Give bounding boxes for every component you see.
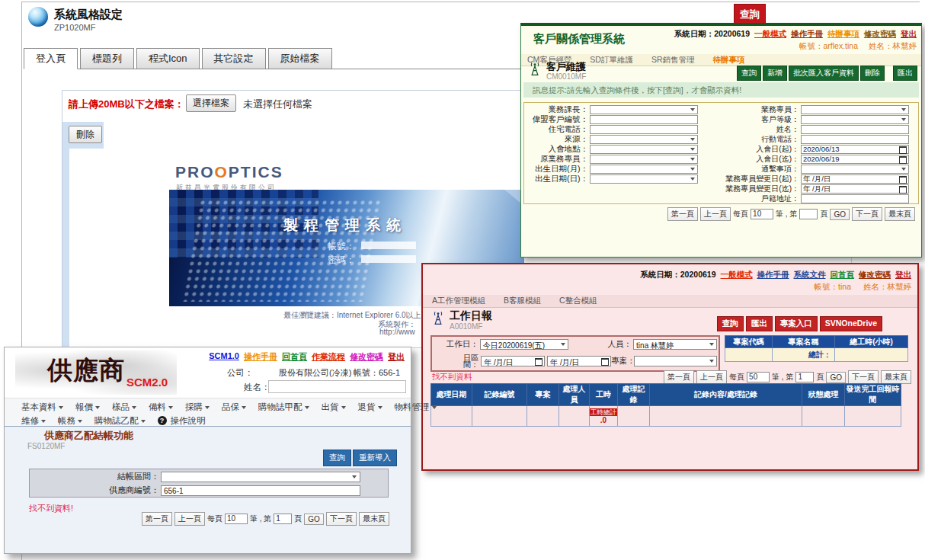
join-place-select[interactable] xyxy=(590,145,698,154)
mobile-input[interactable] xyxy=(801,135,909,144)
calendar-icon[interactable] xyxy=(899,156,907,164)
settlement-period-select[interactable] xyxy=(161,472,360,482)
last-page-button[interactable]: 最末頁 xyxy=(885,207,915,221)
per-page-input[interactable]: 10 xyxy=(225,514,248,524)
toolbar-button[interactable]: 重新導入 xyxy=(353,450,397,466)
menu-item[interactable]: 帳務 xyxy=(58,415,82,427)
source-select[interactable] xyxy=(590,135,698,144)
header-link[interactable]: 一般模式 xyxy=(754,29,786,40)
nav-item[interactable]: 待辦事項 xyxy=(713,55,745,66)
toolbar-button[interactable]: 專案入口 xyxy=(775,316,818,331)
toolbar-button[interactable]: 查詢 xyxy=(737,66,761,81)
header-link[interactable]: 修改密碼 xyxy=(350,351,383,363)
header-link[interactable]: 一般模式 xyxy=(721,270,753,280)
name-input[interactable] xyxy=(801,125,909,134)
nav-item[interactable]: B客服模組 xyxy=(504,296,541,306)
tab[interactable]: 登入頁 xyxy=(24,48,78,69)
calendar-icon[interactable] xyxy=(899,146,907,154)
help-menu-item[interactable]: ?操作說明 xyxy=(158,415,206,427)
page-number-input[interactable] xyxy=(799,209,818,219)
go-button[interactable]: GO xyxy=(830,209,850,220)
date-to-input[interactable]: 年 /月/日 xyxy=(547,356,611,366)
date-from-input[interactable]: 年 /月/日 xyxy=(481,356,545,366)
menu-item[interactable]: 購物誌甲配 xyxy=(258,402,309,413)
menu-item[interactable]: 物料管理 xyxy=(395,402,437,413)
header-link[interactable]: 修改密碼 xyxy=(859,270,891,280)
header-link[interactable]: 操作手冊 xyxy=(244,351,277,363)
tab[interactable]: 程式Icon xyxy=(136,48,200,69)
customer-grade-select[interactable] xyxy=(801,115,909,124)
next-page-button[interactable]: 下一頁 xyxy=(852,207,882,221)
customer-id-input[interactable] xyxy=(590,115,698,124)
toolbar-button[interactable]: 匯出 xyxy=(893,66,917,81)
go-button[interactable]: GO xyxy=(304,514,324,525)
tab[interactable]: 原始檔案 xyxy=(268,48,332,69)
person-select[interactable]: tina 林慧婷 xyxy=(633,339,717,350)
header-link[interactable]: 登出 xyxy=(901,29,917,40)
menu-item[interactable]: 購物誌乙配 xyxy=(94,415,146,427)
header-link[interactable]: SCM1.0 xyxy=(209,351,239,363)
choose-file-button[interactable]: 選擇檔案 xyxy=(186,94,236,112)
per-page-input[interactable]: 50 xyxy=(747,372,770,382)
name-field[interactable] xyxy=(268,380,406,393)
tab[interactable]: 標題列 xyxy=(80,48,134,69)
header-link[interactable]: 操作手冊 xyxy=(757,270,789,280)
join-date-to-input[interactable]: 2020/06/19 xyxy=(801,155,909,164)
menu-item[interactable]: 備料 xyxy=(149,402,173,413)
next-page-button[interactable]: 下一頁 xyxy=(326,512,357,526)
toolbar-button[interactable]: SVNOneDrive xyxy=(820,316,882,331)
first-page-button[interactable]: 第一頁 xyxy=(664,370,694,384)
toolbar-button[interactable]: 批次匯入客戶資料 xyxy=(789,66,859,81)
delete-button[interactable]: 刪除 xyxy=(69,126,102,143)
header-link[interactable]: 待辦事項 xyxy=(827,29,859,40)
page-number-input[interactable]: 1 xyxy=(795,372,814,382)
nav-item[interactable]: A工作管理模組 xyxy=(432,296,485,306)
calendar-icon[interactable] xyxy=(601,358,609,366)
first-page-button[interactable]: 第一頁 xyxy=(142,512,172,526)
home-phone-input[interactable] xyxy=(590,125,698,134)
agent-change-from-input[interactable]: 年 /月/日 xyxy=(801,174,909,184)
toolbar-button[interactable]: 查詢 xyxy=(717,316,744,331)
tab[interactable]: 其它設定 xyxy=(202,48,266,69)
menu-item[interactable]: 基本資料 xyxy=(21,402,63,413)
nav-item[interactable]: SR銷售管理 xyxy=(651,55,695,66)
birth-day-select[interactable] xyxy=(590,174,698,184)
vendor-id-input[interactable]: 656-1 xyxy=(161,485,360,496)
toolbar-button[interactable]: 刪除 xyxy=(860,66,885,81)
prev-page-button[interactable]: 上一頁 xyxy=(700,207,731,221)
header-link[interactable]: 修改密碼 xyxy=(864,29,896,40)
menu-item[interactable]: 出貨 xyxy=(322,402,346,413)
toolbar-button[interactable]: 匯出 xyxy=(746,316,773,331)
toolbar-button[interactable]: 新增 xyxy=(763,66,787,81)
header-link[interactable]: 作業流程 xyxy=(312,351,345,363)
header-link[interactable]: 登出 xyxy=(895,270,911,280)
join-date-from-input[interactable]: 2020/06/13 xyxy=(801,145,909,154)
nav-item[interactable]: C整合模組 xyxy=(559,296,597,306)
project-select[interactable] xyxy=(634,356,717,366)
contact-matter-select[interactable] xyxy=(801,165,909,174)
last-page-button[interactable]: 最末頁 xyxy=(359,512,389,526)
per-page-input[interactable]: 10 xyxy=(751,209,773,219)
header-link[interactable]: 回首頁 xyxy=(282,351,307,363)
toolbar-button[interactable]: 查詢 xyxy=(323,450,351,466)
nav-item[interactable]: SD訂單維護 xyxy=(590,55,633,66)
registered-address-input[interactable] xyxy=(801,194,909,203)
former-agent-select[interactable] xyxy=(590,155,698,164)
go-button[interactable]: GO xyxy=(826,372,846,383)
menu-item[interactable]: 品保 xyxy=(222,402,246,413)
agent-change-to-input[interactable]: 年 /月/日 xyxy=(801,184,909,194)
calendar-icon[interactable] xyxy=(899,176,907,184)
header-link[interactable]: 操作手冊 xyxy=(791,29,823,40)
query-button[interactable]: 查詢 xyxy=(734,4,766,25)
header-link[interactable]: 回首頁 xyxy=(831,270,855,280)
calendar-icon[interactable] xyxy=(899,186,907,194)
prev-page-button[interactable]: 上一頁 xyxy=(174,512,205,526)
sales-chief-select[interactable] xyxy=(590,105,698,114)
last-page-button[interactable]: 最末頁 xyxy=(881,370,911,384)
calendar-icon[interactable] xyxy=(535,358,543,366)
prev-page-button[interactable]: 上一頁 xyxy=(696,370,727,384)
menu-item[interactable]: 樣品 xyxy=(112,402,136,413)
menu-item[interactable]: 報價 xyxy=(75,402,100,413)
header-link[interactable]: 系統文件 xyxy=(794,270,826,280)
header-link[interactable]: 登出 xyxy=(388,351,405,363)
